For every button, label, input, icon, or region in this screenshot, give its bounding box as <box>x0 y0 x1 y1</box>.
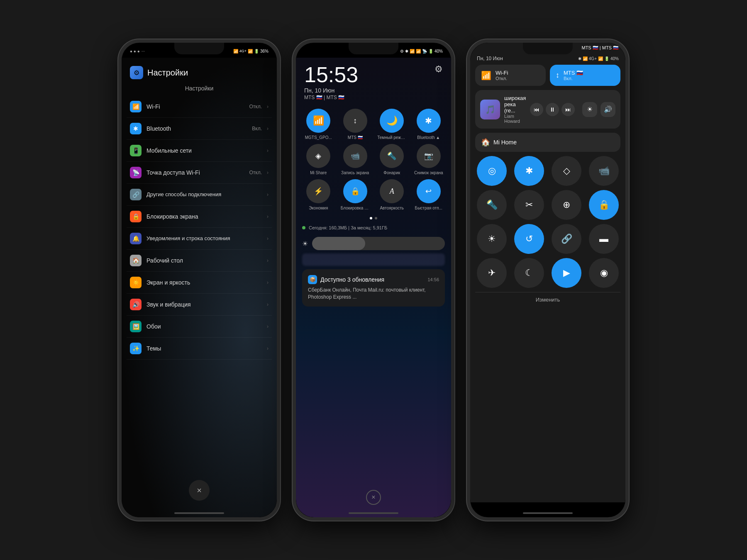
settings-item-display[interactable]: ☀️ Экран и яркость › <box>127 272 272 294</box>
cc-mi-home[interactable]: 🏠 Mi Home <box>475 133 620 152</box>
cc-btn-brightness[interactable]: ☀ <box>477 224 507 254</box>
settings-item-bluetooth[interactable]: ✱ Bluetooth Вкл. › <box>127 118 272 140</box>
cc-btn-airplane[interactable]: ✈ <box>477 258 507 288</box>
settings-item-themes[interactable]: ✨ Темы › <box>127 338 272 360</box>
cc-brightness-button[interactable]: ☀ <box>582 102 597 117</box>
page-dots <box>296 214 451 222</box>
cc-net-type: 4G+ <box>589 56 597 61</box>
cc-btn-addmedia[interactable]: ⊕ <box>552 190 581 220</box>
tile-mobile-btn[interactable]: ↕ <box>343 109 367 133</box>
cc-mobile-icon: ↕ <box>556 71 559 80</box>
tile-battery-saver[interactable]: ⚡ Экономия <box>302 179 335 210</box>
settings-item-desktop[interactable]: 🏠 Рабочий стол › <box>127 250 272 272</box>
cc-next-button[interactable]: ⏭ <box>561 103 575 116</box>
tile-quickreply-btn[interactable]: ↩ <box>417 179 441 203</box>
sim2-icon: 📶 <box>416 49 421 54</box>
tile-mobile[interactable]: ↕ MTS 🇷🇺 <box>339 109 372 140</box>
data-dot-icon <box>302 226 305 229</box>
settings-item-other[interactable]: 🔗 Другие способы подключения › <box>127 184 272 206</box>
panel-gear-icon[interactable]: ⚙ <box>435 64 443 75</box>
tile-screenshot-btn[interactable]: 📷 <box>417 144 441 168</box>
settings-item-wifi[interactable]: 📶 Wi-Fi Откл. › <box>127 96 272 118</box>
battery-pct-2: 40% <box>435 49 443 54</box>
tile-screenshot[interactable]: 📷 Снимок экрана <box>413 144 445 175</box>
cc-mobile-button[interactable]: ↕ MTS 🇷🇺 Вкл. <box>550 65 620 86</box>
tile-dark[interactable]: 🌙 Темный режи... <box>376 109 408 140</box>
mobile-item-arrow: › <box>267 148 269 153</box>
tile-wifi[interactable]: 📶 MGTS_GPO... <box>302 109 335 140</box>
panel-date: Пн, 10 Июн <box>304 87 443 94</box>
brightness-bar[interactable] <box>312 237 445 250</box>
tile-batsaver-label: Экономия <box>309 206 328 210</box>
other-item-icon: 🔗 <box>130 189 142 200</box>
cc-btn-bluetooth[interactable]: ✱ <box>514 156 544 186</box>
cc-btn-sync[interactable]: ↺ <box>514 224 544 254</box>
cc-play-button[interactable]: ⏸ <box>546 103 559 116</box>
tile-quickreply[interactable]: ↩ Быстрая отп... <box>413 179 445 210</box>
cc-track-info: широкая река (re... Liam Howard <box>504 95 526 124</box>
cc-prev-button[interactable]: ⏮ <box>530 103 543 116</box>
tile-autobright-btn[interactable]: A <box>380 179 404 203</box>
cc-btn-moon[interactable]: ☾ <box>514 258 544 288</box>
cc-wifi-info: Wi-Fi Откл. <box>496 70 508 81</box>
cc-mobile-label: MTS 🇷🇺 <box>564 70 583 76</box>
cc-btn-lock[interactable]: 🔒 <box>589 190 619 220</box>
tile-lockscreen-label: Блокировка ор... <box>341 206 370 210</box>
settings-item-mobile[interactable]: 📱 Мобильные сети › <box>127 140 272 162</box>
cc-btn-eye[interactable]: ◎ <box>477 156 507 186</box>
cc-wifi-button[interactable]: 📶 Wi-Fi Откл. <box>475 65 546 86</box>
cc-modify[interactable]: Изменить <box>475 292 620 307</box>
cc-vol-bright: ☀ 🔊 <box>582 102 615 117</box>
cc-btn-camera2[interactable]: ◉ <box>589 258 619 288</box>
cc-btn-overlay[interactable]: ◇ <box>552 156 581 186</box>
tile-lockscreen-btn[interactable]: 🔒 <box>343 179 367 203</box>
tile-autobright[interactable]: A Автояркость <box>376 179 408 210</box>
settings-app-icon: ⚙ <box>130 66 143 79</box>
cc-sim-icon: 📶 <box>583 56 588 61</box>
lock-item-label: Блокировка экрана <box>146 213 262 220</box>
settings-item-hotspot[interactable]: 📡 Точка доступа Wi-Fi Откл. › <box>127 162 272 184</box>
close-button-2[interactable]: × <box>366 490 381 505</box>
settings-item-notifications[interactable]: 🔔 Уведомления и строка состояния › <box>127 228 272 250</box>
settings-item-sound[interactable]: 🔊 Звук и вибрация › <box>127 294 272 316</box>
bt-item-value: Вкл. <box>252 126 262 131</box>
tile-record-btn[interactable]: 📹 <box>343 144 367 168</box>
phone-2-screen: ⚙ ✱ 📶 📶 📡 🔋 40% 15:53 Пн, 10 Июн MTS 🇷🇺 … <box>296 43 451 517</box>
bt-status-icon: ✱ <box>405 49 408 54</box>
gear-status-icon: ⚙ <box>400 49 404 54</box>
cc-btn-flashlight[interactable]: 🔦 <box>477 190 507 220</box>
tile-mishare-btn[interactable]: ◈ <box>306 144 330 168</box>
tile-lockscreen[interactable]: 🔒 Блокировка ор... <box>339 179 372 210</box>
tile-flashlight[interactable]: 🔦 Фонарик <box>376 144 408 175</box>
wallpaper-item-icon: 🖼️ <box>130 321 142 332</box>
tile-flashlight-btn[interactable]: 🔦 <box>380 144 404 168</box>
cc-btn-link[interactable]: 🔗 <box>552 224 581 254</box>
panel-carrier: MTS 🇷🇺 | MTS 🇷🇺 <box>304 95 443 100</box>
cc-btn-location[interactable]: ▶ <box>552 258 581 288</box>
settings-item-wallpaper[interactable]: 🖼️ Обои › <box>127 316 272 338</box>
cc-volume-button[interactable]: 🔊 <box>601 102 615 117</box>
desktop-item-label: Рабочий стол <box>146 257 262 264</box>
cc-btn-camera[interactable]: 📹 <box>589 156 619 186</box>
close-button-1[interactable]: × <box>189 480 210 501</box>
settings-item-lockscreen[interactable]: 🔒 Блокировка экрана › <box>127 206 272 228</box>
control-center: MTS 🇷🇺 | MTS 🇷🇺 Пн, 10 Июн ✱ 📶 4G+ 📶 🔋 4… <box>470 43 625 502</box>
phone-1-screen: ● ● ● ··· 📶 4G+ 📶 🔋 36% ⚙ Настройки Наст… <box>122 43 277 517</box>
cc-btn-scissors[interactable]: ✂ <box>514 190 544 220</box>
wifi-item-label: Wi-Fi <box>146 103 244 110</box>
notification-card[interactable]: 📦 Доступно 3 обновления 14:56 СберБанк О… <box>302 269 445 307</box>
home-indicator-3 <box>523 512 573 514</box>
cc-btn-nfc[interactable]: ▬ <box>589 224 619 254</box>
tile-dark-btn[interactable]: 🌙 <box>380 109 404 133</box>
cc-album-art: 🎵 <box>480 100 500 119</box>
tile-mishare[interactable]: ◈ Mi Share <box>302 144 335 175</box>
tile-wifi-btn[interactable]: 📶 <box>306 109 330 133</box>
hotspot-item-label: Точка доступа Wi-Fi <box>146 169 244 176</box>
brightness-control[interactable]: ☀ <box>296 234 451 253</box>
tile-bluetooth[interactable]: ✱ Bluetooth ▲ <box>413 109 445 140</box>
tile-bluetooth-btn[interactable]: ✱ <box>417 109 441 133</box>
tile-batsaver-btn[interactable]: ⚡ <box>306 179 330 203</box>
brightness-fill <box>312 237 365 250</box>
tile-record[interactable]: 📹 Запись экрана <box>339 144 372 175</box>
wallpaper-item-arrow: › <box>267 324 269 329</box>
